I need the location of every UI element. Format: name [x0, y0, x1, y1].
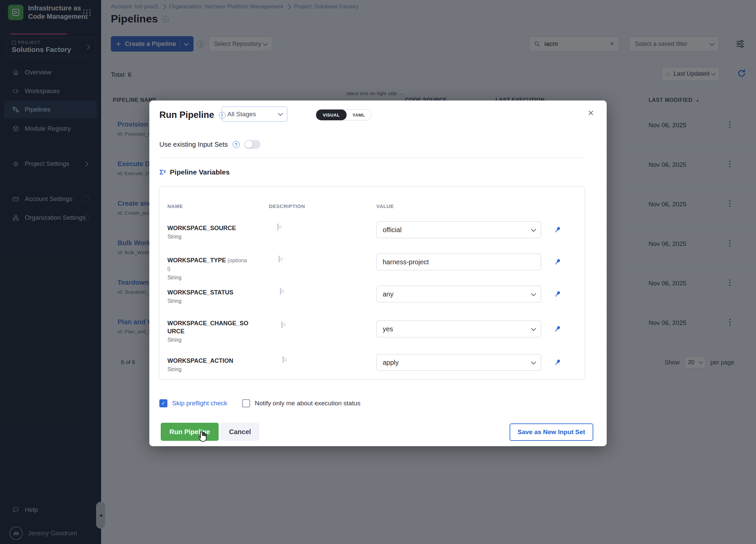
- divider: [159, 157, 585, 158]
- variable-name: WORKSPACE_TYPE (optional): [167, 256, 249, 273]
- pin-icon[interactable]: [552, 357, 562, 367]
- workspace-change-source-select[interactable]: yes: [376, 321, 541, 337]
- chevron-down-icon: [531, 226, 536, 232]
- variable-row: WORKSPACE_CHANGE_SOURCE String: [167, 319, 249, 343]
- cancel-button[interactable]: Cancel: [221, 423, 259, 441]
- variable-type: String: [167, 298, 249, 304]
- variable-type: String: [167, 337, 249, 343]
- chevron-down-icon: [278, 111, 283, 116]
- chevron-down-icon: [531, 359, 536, 364]
- pin-icon[interactable]: [552, 289, 562, 299]
- variable-type: String: [167, 275, 249, 281]
- use-input-sets-label: Use existing Input Sets: [159, 141, 228, 148]
- app-screen: Infrastructure as Code Management PROJEC…: [0, 0, 756, 544]
- tab-visual[interactable]: VISUAL: [316, 110, 347, 120]
- workspace-status-select[interactable]: any: [376, 286, 541, 302]
- skip-preflight-label[interactable]: Skip preflight check: [172, 400, 227, 407]
- description-checkbox-icon[interactable]: [279, 256, 280, 263]
- selected-value: yes: [383, 325, 393, 333]
- variable-name: WORKSPACE_STATUS: [167, 288, 249, 296]
- mouse-cursor: [197, 430, 209, 445]
- variable-name: WORKSPACE_CHANGE_SOURCE: [167, 319, 249, 335]
- description-checkbox-icon[interactable]: [277, 223, 279, 230]
- column-description: DESCRIPTION: [269, 203, 305, 209]
- variables-panel: NAME DESCRIPTION VALUE WORKSPACE_SOURCE …: [159, 186, 585, 380]
- column-value: VALUE: [376, 203, 394, 209]
- input-sets-toggle[interactable]: [244, 140, 260, 149]
- notify-me-checkbox[interactable]: [242, 399, 250, 407]
- run-pipeline-modal: Run Pipeline i All Stages VISUAL YAML × …: [149, 100, 607, 446]
- sigma-variables-icon: Σˣ: [159, 168, 166, 176]
- chevron-down-icon: [531, 326, 536, 331]
- stage-selector-label: All Stages: [227, 111, 256, 118]
- workspace-source-select[interactable]: official: [376, 221, 541, 238]
- skip-preflight-checkbox[interactable]: ✓: [159, 399, 167, 407]
- description-checkbox-icon[interactable]: [283, 356, 284, 363]
- variable-type: String: [167, 366, 249, 372]
- tab-yaml[interactable]: YAML: [347, 113, 371, 118]
- run-pipeline-button[interactable]: Run Pipeline: [161, 423, 219, 441]
- close-icon[interactable]: ×: [588, 108, 594, 118]
- help-icon[interactable]: ?: [233, 141, 240, 148]
- visual-yaml-toggle: VISUAL YAML: [316, 109, 371, 121]
- stage-selector-dropdown[interactable]: All Stages: [222, 107, 287, 122]
- pin-icon[interactable]: [552, 225, 562, 235]
- modal-title: Run Pipeline: [159, 110, 214, 120]
- variable-name: WORKSPACE_SOURCE: [167, 224, 249, 232]
- selected-value: official: [383, 226, 401, 234]
- pin-icon[interactable]: [552, 257, 562, 267]
- workspace-action-select[interactable]: apply: [376, 354, 541, 371]
- selected-value: apply: [383, 359, 399, 366]
- save-input-set-button[interactable]: Save as New Input Set: [510, 423, 593, 441]
- variable-type: String: [167, 234, 249, 240]
- notify-me-label[interactable]: Notify only me about execution status: [255, 400, 361, 407]
- variable-row: WORKSPACE_TYPE (optional) String: [167, 256, 249, 281]
- pin-icon[interactable]: [552, 324, 562, 334]
- variable-row: WORKSPACE_SOURCE String: [167, 224, 249, 240]
- variable-row: WORKSPACE_ACTION String: [167, 357, 249, 372]
- description-checkbox-icon[interactable]: [281, 321, 283, 328]
- selected-value: any: [383, 290, 393, 298]
- workspace-type-input[interactable]: [376, 254, 541, 270]
- chevron-down-icon: [531, 291, 536, 296]
- variable-row: WORKSPACE_STATUS String: [167, 288, 249, 304]
- column-name: NAME: [167, 203, 183, 209]
- description-checkbox-icon[interactable]: [280, 288, 281, 295]
- pipeline-variables-heading: Pipeline Variables: [170, 168, 230, 176]
- variable-name: WORKSPACE_ACTION: [167, 357, 249, 365]
